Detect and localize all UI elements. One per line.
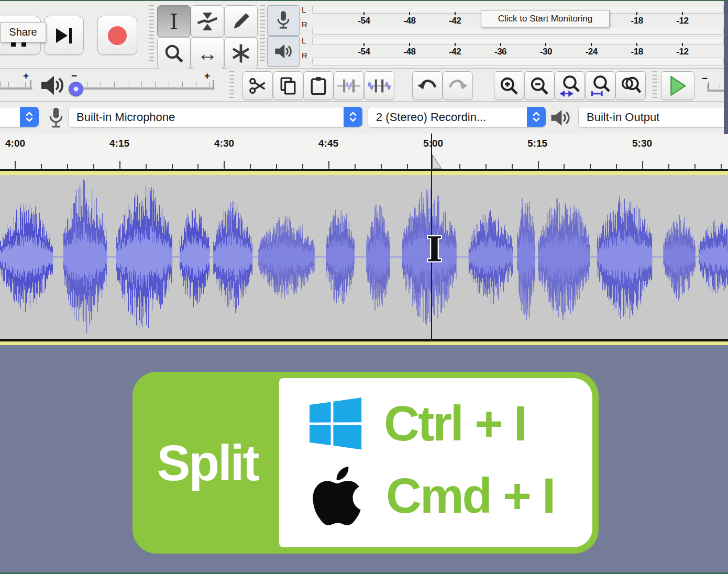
output-volume-slider[interactable]: [71, 87, 215, 90]
fit-project-button[interactable]: [585, 71, 615, 100]
recording-device-dropdown[interactable]: Built-in Microphone: [68, 107, 362, 128]
input-volume-ticks: [0, 82, 32, 87]
timeshift-tool-button[interactable]: ↔: [191, 37, 224, 69]
record-meter[interactable]: -54 -48 -42 -36 -30 -24 -18 -12 Click to…: [312, 5, 724, 35]
timeline-ruler[interactable]: 4:00 4:15 4:30 4:45 5:00 5:15 5:30: [0, 134, 728, 171]
record-meter-bar-right: [312, 27, 724, 35]
audio-host-dropdown[interactable]: [0, 107, 39, 128]
paste-button[interactable]: [303, 71, 334, 100]
draw-tool-icon: [231, 12, 250, 31]
paste-icon: [310, 76, 327, 96]
record-meter-button[interactable]: [267, 5, 300, 36]
track-bottom-selected-border: [0, 341, 728, 345]
selection-tool-icon: I: [170, 11, 178, 32]
split-banner: Split Ctrl + I: [133, 372, 599, 554]
redo-button[interactable]: [443, 71, 473, 100]
monitoring-tooltip-label: Click to Start Monitoring: [498, 14, 592, 24]
timeline-label: 4:30: [214, 138, 234, 149]
output-volume-thumb[interactable]: [69, 82, 83, 96]
track-top-selected-border: [0, 171, 728, 175]
chevron-updown-icon: [527, 107, 546, 127]
zoom-in-icon: [499, 76, 519, 96]
redo-icon: [448, 79, 468, 93]
share-tooltip: Share: [0, 22, 46, 42]
share-tooltip-label: Share: [9, 26, 37, 38]
play-meter[interactable]: -54 -48 -42 -36 -30 -24 -18 -12: [312, 36, 724, 65]
output-volume-ticks: [73, 82, 214, 87]
top-edge: [0, 0, 728, 1]
audacity-window: Share I ↔: [0, 0, 728, 574]
output-volume-end-tick: [213, 80, 214, 87]
toolbar-grab-handle[interactable]: [229, 71, 234, 98]
toolbar-grab-handle[interactable]: [260, 5, 265, 64]
speed-slider-end-tick: [708, 82, 709, 90]
zoom-toggle-button[interactable]: [615, 71, 646, 100]
trim-audio-icon: [337, 78, 360, 94]
timeline-label: 5:30: [632, 138, 652, 149]
timeline-label: 4:45: [318, 138, 338, 149]
ibeam-mouse-cursor: I: [426, 232, 443, 267]
input-volume-slider[interactable]: [0, 87, 32, 90]
banner-background: Split Ctrl + I: [0, 345, 728, 574]
timeline-label: 4:00: [5, 138, 25, 149]
undo-icon: [417, 79, 437, 93]
playback-device-dropdown[interactable]: Built-in Output: [578, 107, 726, 128]
toolbar-row-1: Share I ↔: [0, 1, 728, 69]
play-at-speed-icon: [669, 76, 687, 96]
copy-button[interactable]: [273, 71, 303, 100]
silence-audio-icon: [368, 78, 391, 94]
play-meter-bar-right: [312, 58, 724, 65]
play-meter-left-label: L: [302, 36, 306, 45]
envelope-tool-button[interactable]: [191, 5, 224, 37]
speaker-icon: [274, 42, 293, 61]
zoom-in-button[interactable]: [494, 71, 524, 100]
zoom-tool-button[interactable]: [157, 37, 191, 69]
windows-logo-icon: [310, 398, 362, 450]
zoom-out-button[interactable]: [524, 71, 555, 100]
mac-shortcut-label: Cmd + I: [386, 471, 554, 521]
play-meter-button[interactable]: [267, 36, 300, 67]
windows-shortcut-label: Ctrl + I: [384, 399, 526, 448]
toolbar-grab-handle[interactable]: [653, 71, 657, 98]
cut-icon: [248, 76, 267, 95]
playhead-marker[interactable]: [432, 154, 443, 169]
chevron-updown-icon: [344, 107, 362, 127]
recording-channels-dropdown[interactable]: 2 (Stereo) Recordin...: [368, 107, 546, 128]
timeline-label: 5:15: [527, 138, 547, 149]
input-volume-plus: +: [23, 70, 29, 82]
fit-project-icon: [590, 75, 610, 97]
waveform[interactable]: [0, 175, 728, 339]
monitoring-tooltip[interactable]: Click to Start Monitoring: [481, 10, 610, 27]
skip-to-end-icon: [56, 28, 68, 43]
trim-audio-button[interactable]: [334, 71, 364, 100]
mac-shortcut-row: Cmd + I: [279, 465, 592, 527]
chevron-updown-icon: [20, 107, 39, 127]
multi-tool-button[interactable]: [224, 37, 258, 69]
undo-button[interactable]: [412, 71, 443, 100]
record-button[interactable]: [97, 16, 137, 55]
selection-tool-button[interactable]: I: [157, 5, 191, 37]
record-meter-right-label: R: [302, 20, 307, 29]
banner-shortcut-panel: Ctrl + I Cmd + I: [279, 378, 592, 547]
record-icon: [108, 26, 127, 45]
recording-device-value: Built-in Microphone: [69, 111, 175, 124]
toolbar-grab-handle[interactable]: [149, 5, 154, 64]
toolbar-row-2: + − +: [0, 69, 728, 102]
playback-device-value: Built-in Output: [579, 111, 659, 124]
draw-tool-button[interactable]: [224, 5, 258, 37]
zoom-toggle-icon: [620, 76, 641, 96]
windows-shortcut-row: Ctrl + I: [279, 395, 592, 452]
record-meter-left-label: L: [302, 5, 306, 14]
copy-icon: [279, 76, 297, 95]
output-volume-plus: +: [204, 70, 210, 82]
silence-audio-button[interactable]: [364, 71, 394, 100]
fit-selection-button[interactable]: [555, 71, 585, 100]
timeshift-tool-icon: ↔: [197, 43, 218, 64]
right-window-edge: [724, 0, 728, 134]
apple-logo-icon: [313, 467, 361, 525]
cut-button[interactable]: [242, 71, 273, 100]
fit-selection-icon: [560, 75, 580, 97]
audio-track[interactable]: I: [0, 169, 728, 345]
skip-to-end-button[interactable]: [44, 16, 84, 55]
play-at-speed-button[interactable]: [661, 71, 694, 100]
